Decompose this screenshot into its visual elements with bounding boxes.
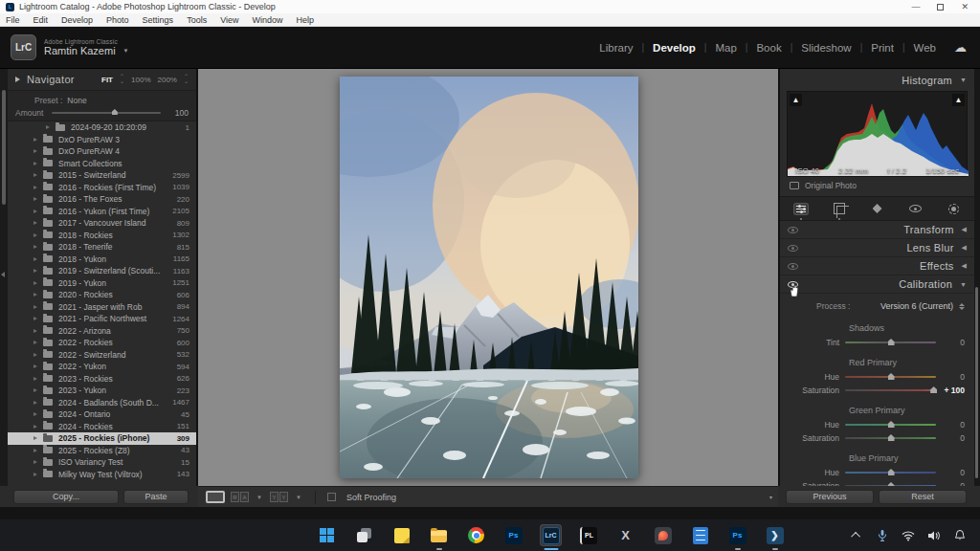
loupe-view-icon[interactable] [206, 491, 225, 503]
folder-row[interactable]: 2023 - Rockies 626 [8, 373, 196, 386]
right-scroll-strip[interactable] [974, 69, 980, 486]
chevron-up-icon[interactable] [850, 529, 863, 542]
disclosure-triangle-icon[interactable] [33, 317, 37, 320]
folder-row[interactable]: 2025 - Rockies (iPhone) 309 [8, 432, 196, 445]
disclosure-triangle-icon[interactable] [46, 125, 50, 129]
disclosure-triangle-icon[interactable] [33, 425, 37, 429]
wifi-icon[interactable] [902, 529, 915, 542]
disclosure-triangle-icon[interactable] [33, 138, 37, 142]
red-eye-tool-icon[interactable] [907, 201, 924, 216]
folder-row[interactable]: 2018 - Yukon 1165 [8, 253, 196, 266]
green-hue-slider[interactable] [845, 424, 936, 426]
media-app-icon[interactable]: ❯ [764, 524, 786, 546]
blue-hue-slider[interactable] [845, 472, 936, 474]
menu-item[interactable]: Photo [106, 15, 129, 25]
file-explorer-icon[interactable] [428, 524, 450, 546]
disclosure-triangle-icon[interactable] [33, 233, 37, 237]
folder-row[interactable]: Smart Collections [8, 158, 196, 170]
amount-slider[interactable] [52, 112, 161, 114]
disclosure-triangle-icon[interactable] [15, 77, 20, 82]
copy-button[interactable]: Copy... [13, 490, 119, 504]
disclosure-triangle-icon[interactable] [33, 377, 37, 381]
menu-item[interactable]: Settings [143, 15, 174, 25]
folder-row[interactable]: 2016 - The Foxes 220 [8, 193, 196, 206]
disclosure-triangle-icon[interactable] [33, 388, 37, 392]
zoom-toggle-icon[interactable]: ⌃⌄ [120, 75, 124, 84]
healing-tool-icon[interactable] [869, 201, 886, 216]
green-saturation-slider[interactable] [845, 437, 936, 439]
menu-item[interactable]: Window [253, 15, 283, 25]
zoom-fit[interactable]: FIT [101, 76, 113, 84]
folder-row[interactable]: 2022 - Yukon 594 [8, 361, 196, 373]
disclosure-triangle-icon[interactable] [33, 173, 37, 177]
histogram-header[interactable]: Histogram ▼ [780, 69, 974, 91]
folder-row[interactable]: 2023 - Yukon 223 [8, 385, 196, 397]
minimize-button[interactable]: — [911, 3, 920, 11]
menu-item[interactable]: Develop [61, 15, 93, 25]
identity-plate[interactable]: Adobe Lightroom Classic Ramtin Kazemi▼ [44, 38, 129, 56]
panel-toggle-eye-icon[interactable] [788, 245, 798, 252]
disclosure-triangle-icon[interactable] [33, 436, 37, 440]
folder-row[interactable]: DxO PureRAW 4 [8, 145, 196, 158]
disclosure-triangle-icon[interactable] [33, 162, 37, 165]
chevron-down-icon[interactable]: ▼ [256, 495, 262, 500]
windows-start-button[interactable] [316, 524, 338, 546]
menu-item[interactable]: Edit [33, 15, 49, 25]
collapse-left-panel-icon[interactable] [1, 272, 5, 277]
disclosure-triangle-icon[interactable] [33, 473, 37, 476]
folder-row[interactable]: 2024 - Ontario 45 [8, 408, 196, 421]
crop-tool-icon[interactable] [831, 201, 848, 216]
split-view-icon[interactable]: YY [270, 492, 288, 502]
disclosure-triangle-icon[interactable] [33, 341, 37, 344]
zoom-200[interactable]: 200% [158, 76, 177, 84]
folder-row[interactable]: 2024-09-20 10:20:09 1 [8, 121, 196, 134]
menu-item[interactable]: View [220, 15, 238, 25]
disclosure-triangle-icon[interactable] [33, 412, 37, 416]
bell-icon[interactable] [953, 529, 967, 542]
folder-row[interactable]: 2021 - Pacific Northwest 1264 [8, 313, 196, 325]
sticky-notes-icon[interactable] [390, 524, 412, 546]
folder-row[interactable]: 2021 - Jasper with Rob 894 [8, 301, 196, 314]
microphone-icon[interactable] [876, 529, 889, 542]
collapse-arrow-icon[interactable]: ◀ [962, 262, 967, 270]
folder-row[interactable]: 2019 - Switzerland (Scouti... 1163 [8, 265, 196, 277]
scrollbar-thumb[interactable] [975, 287, 978, 478]
panel-toggle-eye-icon[interactable] [788, 227, 798, 233]
red-hue-slider[interactable] [845, 376, 936, 378]
module-tab[interactable]: Develop | [644, 42, 706, 54]
module-tab[interactable]: Library | [590, 42, 644, 54]
histogram-display[interactable]: ▲ ▲ ISO 40 2.22 mm f / 2.2 1/150 sec [787, 91, 968, 177]
disclosure-triangle-icon[interactable] [33, 221, 37, 225]
menu-item[interactable]: Tools [187, 15, 207, 25]
preset-value[interactable]: None [67, 96, 86, 105]
chrome-icon[interactable] [465, 524, 487, 546]
disclosure-triangle-icon[interactable] [33, 329, 37, 333]
shadow-clipping-icon[interactable]: ▲ [790, 94, 802, 106]
tint-slider[interactable] [845, 342, 936, 343]
panel-toggle-eye-icon[interactable] [788, 281, 798, 288]
panel-header[interactable]: Transform ◀ [780, 221, 974, 239]
zoom-100[interactable]: 100% [131, 76, 150, 84]
scrollbar-thumb[interactable] [2, 90, 6, 205]
panel-header[interactable]: Effects ◀ [780, 257, 974, 276]
folder-row[interactable]: 2022 - Rockies 600 [8, 337, 196, 349]
photoshop-icon[interactable]: Ps [502, 524, 524, 546]
disclosure-triangle-icon[interactable] [33, 269, 37, 273]
folder-row[interactable]: 2018 - Rockies 1302 [8, 230, 196, 242]
folder-row[interactable]: 2018 - Tenerife 815 [8, 241, 196, 253]
slider-thumb[interactable] [112, 109, 118, 115]
slider-thumb[interactable] [888, 373, 895, 380]
menu-item[interactable]: File [6, 15, 20, 25]
restore-button[interactable] [937, 4, 944, 11]
disclosure-triangle-icon[interactable] [33, 305, 37, 309]
volume-icon[interactable] [927, 529, 941, 542]
select-arrows-icon[interactable] [959, 303, 965, 310]
panel-toggle-eye-icon[interactable] [788, 263, 798, 270]
disclosure-triangle-icon[interactable] [33, 197, 37, 201]
notes-app-icon[interactable] [689, 524, 711, 546]
folder-row[interactable]: 2016 - Rockies (First Time) 1039 [8, 182, 196, 194]
close-button[interactable]: ✕ [961, 3, 969, 11]
menu-item[interactable]: Help [297, 15, 315, 25]
disclosure-triangle-icon[interactable] [33, 257, 37, 261]
slider-thumb[interactable] [888, 469, 895, 475]
